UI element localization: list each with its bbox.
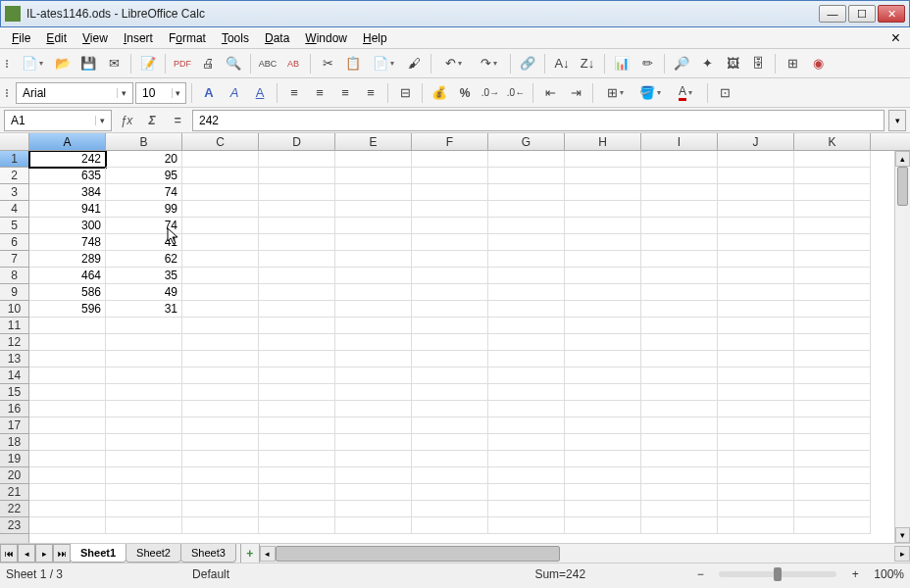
cell-k5[interactable]: [794, 218, 871, 234]
scroll-right-button[interactable]: ▸: [894, 546, 910, 562]
cell-d10[interactable]: [259, 301, 335, 318]
cell-j22[interactable]: [718, 501, 794, 517]
cell-c7[interactable]: [182, 251, 259, 268]
column-header-j[interactable]: J: [718, 133, 794, 150]
menu-format[interactable]: Format: [161, 29, 214, 47]
zoom-thumb[interactable]: [774, 567, 782, 581]
cell-i6[interactable]: [641, 234, 718, 251]
undo-button[interactable]: ↶▾: [436, 52, 470, 75]
open-button[interactable]: 📂: [51, 52, 75, 75]
cell-c5[interactable]: [182, 218, 259, 234]
cut-button[interactable]: ✂: [316, 52, 339, 75]
cell-j3[interactable]: [718, 184, 794, 201]
cell-g16[interactable]: [488, 401, 565, 417]
cell-j23[interactable]: [718, 517, 794, 534]
headers-button[interactable]: ⊞: [781, 52, 804, 75]
row-header-20[interactable]: 20: [0, 467, 28, 484]
cell-b1[interactable]: 20: [106, 151, 182, 168]
cell-b5[interactable]: 74: [106, 218, 182, 234]
cell-i7[interactable]: [641, 251, 718, 268]
font-name-dropdown-icon[interactable]: ▾: [117, 88, 130, 98]
cell-c14[interactable]: [182, 368, 259, 384]
close-button[interactable]: ✕: [878, 5, 905, 23]
cell-b22[interactable]: [106, 501, 182, 517]
cell-a8[interactable]: 464: [29, 268, 106, 284]
cell-h12[interactable]: [565, 334, 641, 351]
cell-a23[interactable]: [29, 517, 106, 534]
cell-i19[interactable]: [641, 451, 718, 467]
cell-f11[interactable]: [412, 318, 488, 334]
cell-h18[interactable]: [565, 434, 641, 451]
cell-e19[interactable]: [335, 451, 412, 467]
chart-button[interactable]: 📊: [610, 52, 633, 75]
cell-g6[interactable]: [488, 234, 565, 251]
cell-g11[interactable]: [488, 318, 565, 334]
cell-e10[interactable]: [335, 301, 412, 318]
align-center-button[interactable]: ≡: [308, 81, 331, 105]
cell-a3[interactable]: 384: [29, 184, 106, 201]
tab-prev-button[interactable]: ◂: [18, 544, 35, 563]
cells-area[interactable]: 2422063595384749419930074748412896246435…: [29, 151, 910, 543]
cell-k11[interactable]: [794, 318, 871, 334]
cell-g2[interactable]: [488, 168, 565, 184]
cell-h9[interactable]: [565, 284, 641, 301]
cell-d16[interactable]: [259, 401, 335, 417]
status-page-style[interactable]: Default: [192, 567, 229, 581]
row-header-19[interactable]: 19: [0, 451, 28, 467]
cell-b10[interactable]: 31: [106, 301, 182, 318]
cell-i5[interactable]: [641, 218, 718, 234]
cell-h6[interactable]: [565, 234, 641, 251]
column-header-k[interactable]: K: [794, 133, 871, 150]
cell-i2[interactable]: [641, 168, 718, 184]
cell-g14[interactable]: [488, 368, 565, 384]
menu-view[interactable]: View: [75, 29, 116, 47]
formula-expand-button[interactable]: ▾: [888, 110, 906, 131]
cell-k16[interactable]: [794, 401, 871, 417]
cell-c3[interactable]: [182, 184, 259, 201]
cell-g23[interactable]: [488, 517, 565, 534]
cell-k21[interactable]: [794, 484, 871, 501]
fontcolor-button[interactable]: A▾: [669, 81, 702, 105]
cell-reference-dropdown-icon[interactable]: ▾: [95, 116, 109, 125]
cell-b13[interactable]: [106, 351, 182, 368]
cell-a22[interactable]: [29, 501, 106, 517]
function-button[interactable]: =: [167, 110, 188, 131]
row-header-15[interactable]: 15: [0, 384, 28, 401]
minimize-button[interactable]: —: [819, 5, 846, 23]
column-header-d[interactable]: D: [259, 133, 335, 150]
cell-i4[interactable]: [641, 201, 718, 218]
cell-h10[interactable]: [565, 301, 641, 318]
select-all-corner[interactable]: [0, 133, 29, 150]
cell-i11[interactable]: [641, 318, 718, 334]
save-button[interactable]: 💾: [76, 52, 100, 75]
cell-f15[interactable]: [412, 384, 488, 401]
cell-j10[interactable]: [718, 301, 794, 318]
cell-b3[interactable]: 74: [106, 184, 182, 201]
cell-a11[interactable]: [29, 318, 106, 334]
cell-e8[interactable]: [335, 268, 412, 284]
vscroll-thumb[interactable]: [897, 167, 908, 206]
cell-g15[interactable]: [488, 384, 565, 401]
cell-k12[interactable]: [794, 334, 871, 351]
menu-file[interactable]: File: [4, 29, 38, 47]
cell-j13[interactable]: [718, 351, 794, 368]
cell-c23[interactable]: [182, 517, 259, 534]
cell-f19[interactable]: [412, 451, 488, 467]
cell-j9[interactable]: [718, 284, 794, 301]
menu-tools[interactable]: Tools: [214, 29, 257, 47]
cell-c6[interactable]: [182, 234, 259, 251]
formula-input[interactable]: 242: [192, 110, 885, 131]
cell-i13[interactable]: [641, 351, 718, 368]
cell-k15[interactable]: [794, 384, 871, 401]
row-header-13[interactable]: 13: [0, 351, 28, 368]
cell-k20[interactable]: [794, 467, 871, 484]
cell-a19[interactable]: [29, 451, 106, 467]
column-header-a[interactable]: A: [29, 133, 106, 150]
cell-e1[interactable]: [335, 151, 412, 168]
format-paintbrush-button[interactable]: 🖌: [402, 52, 426, 75]
cell-k14[interactable]: [794, 368, 871, 384]
status-sum[interactable]: Sum=242: [534, 567, 585, 581]
cell-e11[interactable]: [335, 318, 412, 334]
italic-button[interactable]: A: [223, 81, 246, 105]
cell-e12[interactable]: [335, 334, 412, 351]
